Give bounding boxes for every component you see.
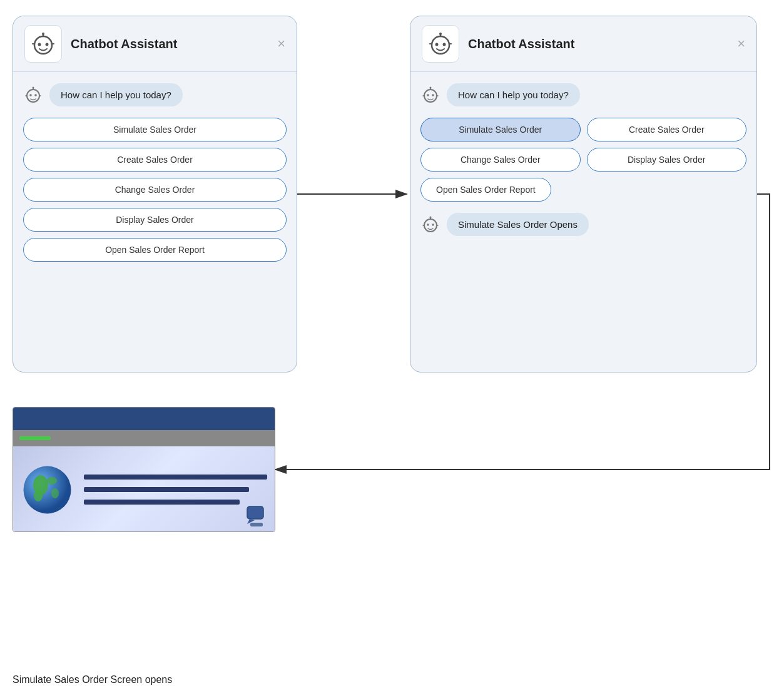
panel2-close-button[interactable]: × [737, 36, 745, 52]
globe-icon [21, 463, 74, 516]
sap-lines [84, 475, 267, 505]
panel2-btn-create[interactable]: Create Sales Order [587, 118, 747, 141]
panel2-title: Chatbot Assistant [468, 37, 728, 51]
panel2-btn-change[interactable]: Change Sales Order [420, 148, 581, 172]
sap-content [13, 446, 275, 532]
svg-point-25 [432, 94, 434, 96]
sap-line-2 [84, 487, 249, 492]
svg-rect-44 [250, 523, 263, 526]
panel2-btn-simulate[interactable]: Simulate Sales Order [420, 118, 581, 141]
svg-point-13 [33, 87, 34, 89]
svg-point-17 [435, 43, 439, 46]
panel2-greeting-bubble: How can I help you today? [447, 83, 580, 106]
svg-point-6 [42, 33, 44, 35]
chat-icon [246, 505, 268, 528]
svg-point-34 [430, 217, 432, 218]
panel1-close-button[interactable]: × [277, 36, 285, 52]
panel1-body: How can I help you today? Simulate Sales… [13, 72, 297, 372]
panel2-btn-report[interactable]: Open Sales Order Report [420, 178, 551, 202]
chatbot-panel-1: Chatbot Assistant × How can I help you t… [13, 16, 297, 372]
svg-point-16 [432, 36, 449, 54]
caption: Simulate Sales Order Screen opens [13, 674, 172, 685]
svg-point-2 [34, 36, 52, 54]
svg-rect-42 [247, 506, 263, 519]
svg-point-32 [432, 223, 434, 226]
svg-point-3 [38, 43, 41, 46]
svg-point-4 [46, 43, 49, 46]
panel1-title: Chatbot Assistant [71, 37, 268, 51]
panel2-bot-icon [420, 85, 440, 105]
panel2-response-bot-icon [420, 214, 440, 234]
panel2-response-bubble: Simulate Sales Order Opens [447, 213, 589, 236]
panel1-btn-change[interactable]: Change Sales Order [23, 178, 287, 202]
sap-toolbar-indicator [19, 436, 51, 440]
svg-point-27 [430, 87, 432, 89]
panel2-btn-display[interactable]: Display Sales Order [587, 148, 747, 172]
panel1-btn-display[interactable]: Display Sales Order [23, 208, 287, 232]
svg-point-18 [443, 43, 446, 46]
panel2-bot-logo-icon [427, 30, 454, 58]
panel2-btn-grid: Simulate Sales Order Create Sales Order … [420, 118, 746, 172]
panel1-btn-report[interactable]: Open Sales Order Report [23, 238, 287, 262]
chatbot-panel-2: Chatbot Assistant × How can I help you t… [410, 16, 757, 372]
panel2-bot-logo [422, 25, 459, 63]
panel1-bot-logo [24, 25, 62, 63]
svg-point-40 [34, 490, 43, 501]
panel2-header: Chatbot Assistant × [410, 16, 756, 72]
panel2-body: How can I help you today? Simulate Sales… [410, 72, 756, 372]
svg-point-24 [427, 94, 429, 96]
sap-screen [13, 407, 275, 532]
panel1-btn-simulate[interactable]: Simulate Sales Order [23, 118, 287, 141]
sap-line-1 [84, 475, 267, 480]
panel1-header: Chatbot Assistant × [13, 16, 297, 72]
panel2-greeting-row: How can I help you today? [420, 83, 746, 106]
sap-top-bar [13, 408, 275, 430]
bot-logo-icon [29, 30, 57, 58]
svg-point-10 [29, 94, 32, 96]
svg-point-39 [47, 477, 57, 485]
svg-point-31 [427, 223, 429, 226]
svg-point-41 [51, 488, 59, 498]
panel1-greeting-row: How can I help you today? [23, 83, 287, 106]
svg-point-20 [439, 33, 442, 35]
sap-toolbar [13, 430, 275, 446]
panel1-btn-create[interactable]: Create Sales Order [23, 148, 287, 172]
sap-line-3 [84, 500, 240, 505]
svg-point-11 [34, 94, 37, 96]
panel2-response-row: Simulate Sales Order Opens [420, 213, 746, 236]
panel1-bot-icon [23, 85, 43, 105]
panel1-greeting-bubble: How can I help you today? [49, 83, 183, 106]
